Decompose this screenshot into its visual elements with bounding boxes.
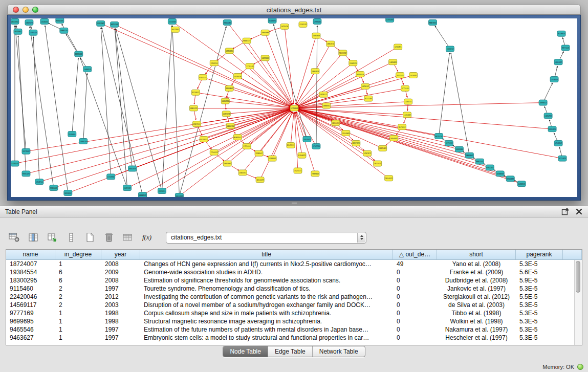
graph-node[interactable]: 1219443 xyxy=(550,77,558,82)
graph-node[interactable]: 9815332 xyxy=(339,50,347,56)
graph-node[interactable]: 1130315 xyxy=(11,161,19,166)
table-scrollbar-thumb[interactable] xyxy=(576,261,580,293)
citation-edge-red[interactable] xyxy=(298,109,449,143)
graph-node[interactable]: 1988125 xyxy=(60,28,68,33)
citation-edge-red[interactable] xyxy=(247,41,292,105)
graph-node[interactable]: 1279193 xyxy=(445,140,453,146)
table-cell[interactable]: 6 xyxy=(55,268,101,276)
table-cell[interactable]: 22420046 xyxy=(6,293,55,301)
table-row[interactable]: 1456911722003Disruption of a novel membe… xyxy=(6,301,582,309)
graph-node[interactable]: 9532105 xyxy=(56,18,64,23)
table-cell[interactable]: 1 xyxy=(55,317,101,325)
citation-edge-red[interactable] xyxy=(298,109,562,159)
graph-node[interactable]: 2041185 xyxy=(223,19,231,25)
citation-edge-black[interactable] xyxy=(72,58,78,134)
tab-network-table[interactable]: Network Table xyxy=(312,346,365,357)
graph-node[interactable]: 1120353 xyxy=(517,181,526,187)
table-cell[interactable]: 1 xyxy=(55,309,101,317)
graph-node[interactable]: 8549311 xyxy=(287,142,295,148)
graph-node[interactable]: 1210352 xyxy=(554,140,562,146)
citation-edge-red[interactable] xyxy=(298,110,500,173)
table-cell[interactable]: Tibbo et al. (1998) xyxy=(437,309,516,317)
graph-node[interactable]: 1609463 xyxy=(379,145,387,151)
graph-node[interactable]: 1859052 xyxy=(64,190,72,196)
table-row[interactable]: 1872400712008Changes of HCN gene express… xyxy=(6,260,582,268)
graph-node[interactable]: 1837533 xyxy=(396,73,404,78)
table-cell[interactable]: 19384554 xyxy=(6,268,55,276)
graph-node[interactable]: 1914542 xyxy=(303,137,311,142)
table-cell[interactable]: 18300295 xyxy=(6,276,55,285)
graph-node[interactable]: 1209824 xyxy=(158,188,166,194)
table-cell[interactable]: Tourette syndrome. Phenomenology and cla… xyxy=(140,285,393,293)
graph-node[interactable]: 1558124 xyxy=(349,60,357,66)
graph-node[interactable]: 2014522 xyxy=(385,176,393,181)
table-cell[interactable]: 1 xyxy=(55,260,101,268)
window-titlebar[interactable]: citations_edges.txt xyxy=(7,4,581,15)
citation-edge-black[interactable] xyxy=(83,73,88,141)
graph-node[interactable]: 9119623 xyxy=(557,31,565,36)
graph-node[interactable]: 1137362 xyxy=(97,20,105,26)
graph-node[interactable]: 1633561 xyxy=(14,29,22,34)
graph-node[interactable]: 9911852 xyxy=(225,85,233,91)
table-cell[interactable]: 2008 xyxy=(101,260,140,268)
citation-edge-black[interactable] xyxy=(172,26,180,196)
table-row[interactable]: 2242004622012Investigating the contribut… xyxy=(6,293,582,301)
citation-edge-red[interactable] xyxy=(172,21,291,106)
graph-node[interactable]: 1907315 xyxy=(192,121,201,127)
graph-node[interactable]: 9331824 xyxy=(548,126,556,132)
table-cell[interactable]: 49 xyxy=(393,260,437,268)
graph-node[interactable]: 9800723 xyxy=(243,38,251,43)
graph-node[interactable]: 2061375 xyxy=(128,166,137,171)
table-cell[interactable]: Structural magnetic resonance image aver… xyxy=(140,317,393,325)
graph-node[interactable]: 1524471 xyxy=(294,168,302,173)
citation-edge-black[interactable] xyxy=(435,26,450,49)
citation-edge-red[interactable] xyxy=(291,112,294,145)
table-cell[interactable]: 5.5E-5 xyxy=(516,293,563,301)
graph-node[interactable]: 2044352 xyxy=(11,18,19,24)
panel-splitter[interactable] xyxy=(0,201,588,206)
delete-trash-button[interactable] xyxy=(102,231,116,244)
graph-node[interactable]: 1299404 xyxy=(313,18,321,24)
table-row[interactable]: 946362711997Embryonic stem cells: a mode… xyxy=(6,334,582,342)
citation-edge-red[interactable] xyxy=(298,110,480,162)
table-cell[interactable]: 5.3E-5 xyxy=(516,334,563,342)
row-options-button[interactable] xyxy=(64,231,78,244)
graph-node[interactable]: 6771023 xyxy=(558,156,567,161)
table-cell[interactable]: 0 xyxy=(393,301,437,309)
graph-node[interactable]: 1245091 xyxy=(394,44,402,50)
table-cell[interactable]: 2003 xyxy=(101,301,140,309)
graph-node[interactable]: 9783315 xyxy=(199,75,207,80)
float-panel-icon[interactable] xyxy=(561,208,569,215)
table-settings-button[interactable] xyxy=(7,231,21,244)
column-header[interactable]: short xyxy=(437,250,516,259)
column-header[interactable]: name xyxy=(6,250,55,259)
graph-node[interactable]: 1420426 xyxy=(233,74,242,79)
graph-node[interactable]: 1668312 xyxy=(139,192,147,197)
table-cell[interactable]: Estimation of significance thresholds fo… xyxy=(140,276,393,285)
citation-edge-red[interactable] xyxy=(285,27,294,104)
show-columns-button[interactable] xyxy=(26,231,40,244)
table-cell[interactable]: 2 xyxy=(55,301,101,309)
column-header[interactable]: title xyxy=(140,250,393,259)
graph-node[interactable]: 9775144 xyxy=(401,85,409,91)
citation-edge-red[interactable] xyxy=(250,66,291,105)
table-cell[interactable]: 2008 xyxy=(101,276,140,285)
graph-node[interactable]: 1507052 xyxy=(223,161,231,166)
citation-edge-red[interactable] xyxy=(298,47,398,106)
table-cell[interactable]: 1997 xyxy=(101,325,140,334)
table-cell[interactable]: Estimation of the future numbers of pati… xyxy=(140,325,393,334)
table-cell[interactable]: 14569117 xyxy=(6,301,55,309)
table-cell[interactable]: 0 xyxy=(393,285,437,293)
graph-node[interactable]: 9905413 xyxy=(50,185,58,191)
graph-node[interactable]: 1046632 xyxy=(496,171,504,177)
graph-node[interactable]: 1861736 xyxy=(226,123,234,129)
column-header[interactable]: pagerank xyxy=(516,250,563,259)
graph-node[interactable]: 9591425 xyxy=(22,171,30,177)
graph-node[interactable]: 1668242 xyxy=(446,46,454,52)
citation-edge-red[interactable] xyxy=(298,103,543,108)
graph-node[interactable]: 1572232 xyxy=(168,18,176,24)
table-cell[interactable]: 1998 xyxy=(101,317,140,325)
graph-node[interactable]: 1514583 xyxy=(342,130,350,136)
graph-node[interactable]: 8163024 xyxy=(268,18,276,23)
citation-edge-red[interactable] xyxy=(297,111,388,178)
